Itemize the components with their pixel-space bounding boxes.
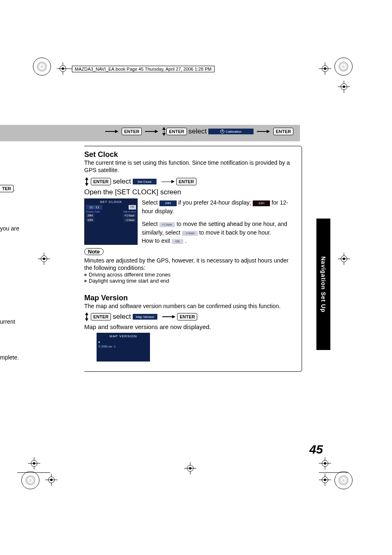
- text: to move it back by one hour.: [199, 229, 271, 236]
- sc-line: © 2005 ver .1: [98, 345, 148, 348]
- cutoff-text: urrent: [0, 318, 15, 325]
- set-clock-heading: Set Clock: [84, 150, 297, 159]
- set-clock-intro: The current time is set using this funct…: [84, 159, 297, 174]
- calibration-button[interactable]: Calibration: [208, 129, 254, 134]
- enter-key: ENTER: [91, 178, 111, 185]
- enter-key: ENTER: [122, 128, 142, 135]
- content-box: Set Clock The current time is set using …: [84, 146, 302, 372]
- cutoff-text: mplete.: [0, 354, 19, 361]
- enter-key-cut: TER: [0, 185, 14, 192]
- text: Select: [142, 221, 159, 227]
- set-clock-screenshot: SET CLOCK 11 : 11 OK Display Type Adjust…: [84, 198, 138, 244]
- note-text: Minutes are adjusted by the GPS, however…: [84, 257, 297, 272]
- arrow-icon: [257, 130, 270, 133]
- note-label: Note: [84, 248, 104, 255]
- arrow-icon: [105, 130, 118, 133]
- sc-minus1: -1 hour: [124, 218, 136, 222]
- enter-key: ENTER: [177, 313, 197, 320]
- text: if you prefer 24-hour display;: [178, 199, 253, 206]
- bullet-item: Daylight saving time start and end: [84, 278, 297, 284]
- select-label: select: [189, 127, 207, 136]
- map-version-button[interactable]: Map Version: [133, 314, 157, 320]
- map-version-screenshot: MAP VERSION ■ © 2005 ver .1: [97, 333, 150, 362]
- ok-button[interactable]: OK: [172, 239, 183, 244]
- map-version-intro: The map and software version numbers can…: [84, 302, 297, 310]
- bullet-item: Driving across different time zones: [84, 272, 297, 278]
- text: Select: [142, 199, 159, 206]
- open-screen-text: Open the [SET CLOCK] screen: [84, 188, 297, 197]
- select-label: select: [113, 177, 131, 186]
- header-text: MAZDA3_NAVI_EA.book Page 45 Thursday, Ap…: [75, 67, 212, 71]
- enter-key: ENTER: [166, 128, 187, 135]
- sc-ok: OK: [129, 205, 136, 210]
- text: How to exit: [142, 237, 172, 244]
- select-label: select: [113, 313, 131, 321]
- plus1hour-button[interactable]: +1 hour: [159, 222, 175, 227]
- sc-title: MAP VERSION: [98, 334, 148, 338]
- sc-time: 11 : 11: [86, 205, 102, 210]
- cutoff-text: you are: [0, 225, 19, 232]
- minus1hour-button[interactable]: -1 hour: [182, 231, 198, 236]
- enter-key: ENTER: [273, 128, 293, 135]
- map-version-heading: Map Version: [84, 294, 297, 302]
- sc-label: Adjust Hour: [123, 210, 136, 213]
- 12h-button[interactable]: 12H: [253, 200, 270, 206]
- 24h-button[interactable]: 24H: [159, 200, 177, 206]
- updown-icon: [161, 127, 166, 136]
- sc-12h: 12H: [86, 218, 95, 222]
- sc-24h: 24H: [86, 214, 95, 217]
- sc-plus1: +1 hour: [123, 214, 136, 217]
- set-clock-button[interactable]: Set Clock: [133, 179, 157, 184]
- page-number: 45: [309, 442, 323, 456]
- arrow-icon: [161, 180, 175, 183]
- side-tab-label: Navigation Set Up: [320, 256, 327, 313]
- dot-text: .: [14, 185, 15, 192]
- enter-key: ENTER: [176, 178, 196, 185]
- sc-label: Display Type: [86, 210, 100, 213]
- enter-key: ENTER: [91, 313, 111, 320]
- updown-icon: [84, 177, 89, 186]
- updown-icon: [84, 312, 89, 321]
- arrow-icon: [145, 130, 158, 133]
- arrow-icon: [162, 315, 175, 318]
- page-header: MAZDA3_NAVI_EA.book Page 45 Thursday, Ap…: [72, 66, 214, 72]
- map-displayed-text: Map and software versions are now displa…: [84, 323, 297, 331]
- side-tab: Navigation Set Up: [316, 219, 330, 350]
- sc-title: SET CLOCK: [86, 200, 136, 204]
